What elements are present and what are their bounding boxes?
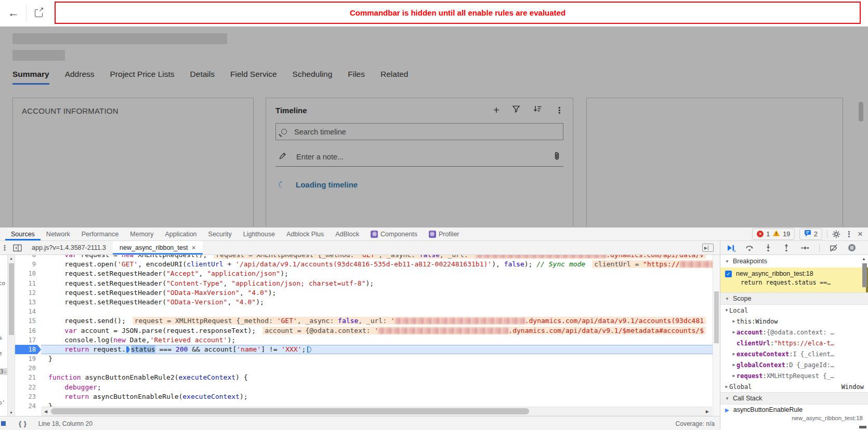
gutter-line-number[interactable]: 8	[15, 255, 41, 260]
breakpoints-section-header[interactable]: ▼ Breakpoints	[720, 255, 868, 267]
timeline-filter-icon[interactable]	[512, 105, 520, 115]
editor-left-scrollbar[interactable]: ▲ ▼	[7, 255, 15, 416]
editor-right-scrollbar[interactable]	[713, 255, 720, 416]
scroll-right-icon[interactable]: ▶	[706, 409, 709, 414]
code-line-content[interactable]: debugger;	[41, 383, 713, 392]
back-button[interactable]: ←	[4, 4, 23, 22]
resume-button[interactable]	[727, 244, 735, 252]
gutter-line-number[interactable]: 10	[15, 269, 41, 278]
chevron-right-icon[interactable]: ▶	[731, 352, 737, 356]
devtools-tab-adblock[interactable]: AdBlock	[330, 227, 365, 240]
gutter-line-number[interactable]: 14	[15, 307, 41, 316]
scrollbar-thumb[interactable]	[51, 408, 529, 414]
code-line-content[interactable]: request.setRequestHeader("OData-MaxVersi…	[41, 288, 713, 298]
code-line-content[interactable]	[41, 364, 713, 373]
step-out-button[interactable]	[782, 244, 791, 252]
editor-horizontal-scrollbar[interactable]: ◀ ▶	[42, 407, 712, 416]
timeline-search-box[interactable]	[275, 123, 563, 140]
scope-group-local[interactable]: ▼Local	[720, 305, 868, 316]
gutter-line-number[interactable]: 9	[15, 260, 41, 269]
call-stack-section-header[interactable]: ▼ Call Stack	[720, 392, 868, 405]
code-line-content[interactable]: return request.status === 200 && account…	[41, 345, 713, 354]
focus-debuggee-icon[interactable]: ▶▏	[702, 244, 714, 252]
scope-variable[interactable]: clientUrl: "https://elca-t…	[720, 338, 868, 348]
scroll-up-icon[interactable]: ▲	[8, 257, 15, 260]
record-tab-scheduling[interactable]: Scheduling	[293, 70, 333, 85]
gutter-line-number[interactable]: 16	[15, 326, 41, 335]
code-line-content[interactable]: request.send();request = XMLHttpRequest …	[41, 316, 713, 326]
step-over-button[interactable]	[745, 244, 754, 252]
code-line-content[interactable]: console.log(new Date,'Retrieved account'…	[41, 335, 713, 345]
gutter-line-number[interactable]: 21	[15, 373, 41, 382]
scrollbar-thumb[interactable]	[862, 263, 867, 287]
gear-icon[interactable]	[832, 230, 840, 238]
pause-on-exceptions-button[interactable]	[848, 244, 856, 252]
gutter-line-number[interactable]: 22	[15, 383, 41, 392]
chevron-right-icon[interactable]: ▶	[731, 362, 737, 367]
code-line-content[interactable]: var account = JSON.parse(request.respons…	[41, 326, 713, 335]
devtools-tab-profiler[interactable]: Profiler	[423, 227, 465, 240]
record-tab-details[interactable]: Details	[190, 70, 215, 85]
timeline-more-icon[interactable]: ⋮	[555, 105, 563, 115]
gutter-line-number[interactable]: 20	[15, 364, 41, 373]
paperclip-icon[interactable]	[554, 151, 560, 163]
devtools-tab-security[interactable]: Security	[203, 227, 238, 240]
code-line-content[interactable]: request.setRequestHeader("Content-Type",…	[41, 279, 713, 288]
scope-variable[interactable]: ▶executeContext: I {_client…	[720, 348, 868, 359]
breakpoint-checkbox[interactable]: ✓	[725, 271, 732, 277]
code-line-content[interactable]: }	[41, 354, 713, 364]
code-line-content[interactable]: return asyncButtonEnableRule(executeCont…	[41, 392, 713, 401]
code-line-content[interactable]: function asyncButtonEnableRule2(executeC…	[41, 373, 713, 382]
record-tab-field-service[interactable]: Field Service	[230, 70, 277, 85]
page-scrollbar-thumb[interactable]	[859, 102, 863, 122]
scroll-up-icon[interactable]: ▲	[862, 257, 866, 261]
record-tab-project-price-lists[interactable]: Project Price Lists	[110, 70, 175, 85]
sources-kebab-icon[interactable]: ⋮	[0, 241, 9, 254]
pretty-print-icon[interactable]: { }	[19, 420, 27, 427]
scroll-down-icon[interactable]: ▼	[8, 411, 15, 414]
gutter-line-number[interactable]: 18	[15, 345, 41, 354]
step-button[interactable]	[800, 244, 809, 252]
timeline-note-row[interactable]	[275, 147, 563, 167]
gutter-line-number[interactable]: 15	[15, 316, 41, 326]
record-tab-address[interactable]: Address	[65, 70, 95, 85]
navigator-toggle-icon[interactable]	[9, 241, 25, 254]
console-errors-warnings-badge[interactable]: ✕ 1 19	[752, 228, 795, 240]
close-icon[interactable]: ×	[191, 244, 195, 252]
gutter-line-number[interactable]: 17	[15, 335, 41, 345]
file-tab-app-js-v-1-4-3587-2111-3[interactable]: app.js?v=1.4.3587-2111.3	[25, 241, 113, 254]
file-tab-new-async-ribbon-test[interactable]: new_async_ribbon_test×	[113, 241, 203, 254]
scope-variable[interactable]: ▶this: Window	[720, 316, 868, 327]
gutter-line-number[interactable]: 11	[15, 279, 41, 288]
code-line-content[interactable]: request.setRequestHeader("Accept", "appl…	[41, 269, 713, 278]
scrollbar-thumb[interactable]	[9, 263, 14, 335]
record-tab-related[interactable]: Related	[380, 70, 408, 85]
popout-button[interactable]: ↗	[29, 4, 48, 22]
code-line-content[interactable]: request.setRequestHeader("OData-Version"…	[41, 298, 713, 307]
gutter-line-number[interactable]: 24	[15, 401, 41, 411]
chevron-right-icon[interactable]: ▶	[731, 373, 737, 378]
breakpoint-entry[interactable]: ✓new_async_ribbon_test:18return request.…	[720, 267, 868, 292]
devtools-tab-adblock-plus[interactable]: Adblock Plus	[281, 227, 330, 240]
close-icon[interactable]: ×	[858, 229, 863, 239]
gutter-line-number[interactable]: 23	[15, 392, 41, 401]
chevron-right-icon[interactable]: ▶	[731, 330, 737, 334]
devtools-tab-memory[interactable]: Memory	[124, 227, 159, 240]
devtools-menu-icon[interactable]: ⋮	[845, 230, 853, 239]
scope-variable[interactable]: ▶request: XMLHttpRequest {_…	[720, 370, 868, 381]
step-into-button[interactable]	[764, 244, 772, 252]
devtools-tab-performance[interactable]: Performance	[76, 227, 125, 240]
code-line-content[interactable]: request.open('GET', encodeURI(clientUrl …	[41, 260, 713, 269]
gutter-line-number[interactable]: 13	[15, 298, 41, 307]
code-line-content[interactable]: var request = new XMLHttpRequest();reque…	[41, 255, 713, 260]
record-tab-files[interactable]: Files	[348, 70, 365, 85]
code-line-content[interactable]	[41, 307, 713, 316]
devtools-tab-sources[interactable]: Sources	[5, 227, 41, 240]
chevron-right-icon[interactable]: ▶	[731, 319, 737, 324]
scrollbar-thumb[interactable]	[714, 291, 719, 343]
scope-variable[interactable]: ▶account: {@odata.context: …	[720, 327, 868, 338]
scroll-left-icon[interactable]: ◀	[44, 409, 47, 414]
record-tab-summary[interactable]: Summary	[12, 70, 49, 85]
scrollbar-piece[interactable]	[859, 426, 866, 428]
call-stack-frame[interactable]: ▶asyncButtonEnableRule	[720, 405, 868, 415]
